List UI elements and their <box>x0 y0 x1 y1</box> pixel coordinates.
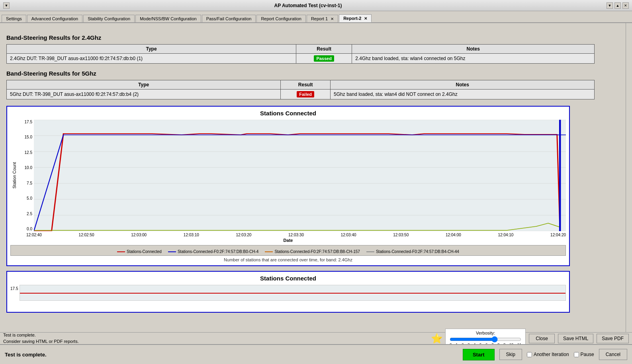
legend-color-red <box>117 251 125 252</box>
y-tick: 5.0 <box>27 196 32 200</box>
verbosity-label: Verbosity: <box>476 331 495 335</box>
legend-item: Stations-Connected-F0:2F:74:57:DB:B4-CH-… <box>366 249 459 254</box>
chart-note: Number of stations that are connected ov… <box>10 257 566 262</box>
y-tick: 2.5 <box>27 212 32 216</box>
status-text: Test is complete. Consider saving HTML o… <box>3 332 428 345</box>
tab-mode-nss-bw[interactable]: Mode/NSS/BW Configuration <box>135 15 201 22</box>
close-window-button[interactable]: ✕ <box>622 2 629 9</box>
tab-stability-config[interactable]: Stability Configuration <box>83 15 135 22</box>
col-type-24: Type <box>7 45 296 54</box>
status-line-2: Consider saving HTML or PDF reports. <box>3 339 428 345</box>
chart-area: Station Count 17.5 15.0 12.5 10.0 7.5 5.… <box>10 120 566 231</box>
y-axis-label: Station Count <box>10 120 18 231</box>
col-notes-24: Notes <box>352 45 595 54</box>
tab-pass-fail[interactable]: Pass/Fail Configuration <box>202 15 256 22</box>
close-button[interactable]: Close <box>529 334 555 343</box>
maximize-button[interactable]: ▲ <box>614 2 621 9</box>
skip-button[interactable]: Skip <box>499 349 522 360</box>
y-tick: 0.0 <box>27 227 32 231</box>
y-tick: 12.5 <box>25 150 32 155</box>
cell-result-24-0: Passed <box>296 54 352 64</box>
x-tick: 12:03:40 <box>341 233 356 237</box>
chart-title-2: Stations Connected <box>10 275 566 282</box>
x-tick: 12:03:30 <box>288 233 304 237</box>
legend-label: Stations-Connected-F0:2F:74:57:DB:B8-CH-… <box>274 249 360 254</box>
tab-advanced-config[interactable]: Advanced Configuration <box>27 15 82 22</box>
y-tick-partial: 17.5 <box>10 285 18 291</box>
legend-label: Stations-Connected-F0:2F:74:57:DB:B4-CH-… <box>376 249 459 254</box>
save-pdf-button[interactable]: Save PDF <box>597 334 629 343</box>
minimize-icon[interactable]: ▼ <box>3 2 10 9</box>
cell-result-5-0: Failed <box>281 90 331 99</box>
chart-svg <box>34 120 566 231</box>
y-tick: 7.5 <box>27 181 32 185</box>
legend-label: Stations-Connected-F0:2F:74:57:DB:B0-CH-… <box>178 249 258 254</box>
x-tick: 12:04:10 <box>498 233 513 237</box>
x-axis-title: Date <box>10 238 566 243</box>
bottom-bar: Test is complete. Start Skip Another Ite… <box>0 344 632 364</box>
band-steering-24-title: Band-Steering Results for 2.4Ghz <box>6 34 626 41</box>
chart-title: Stations Connected <box>10 110 566 117</box>
main-content: Band-Steering Results for 2.4Ghz Type Re… <box>0 23 632 332</box>
x-tick: 12:03:10 <box>184 233 199 237</box>
tab-report-2[interactable]: Report-2 ✕ <box>339 14 372 22</box>
start-button[interactable]: Start <box>463 349 495 360</box>
tab-report-1[interactable]: Report 1 ✕ <box>307 15 338 22</box>
tab-report-config[interactable]: Report Configuration <box>256 15 306 22</box>
table-row: 2.4Ghz DUT: TR-398_DUT asus-ax11000 f0:2… <box>7 54 595 64</box>
action-buttons: Close Save HTML Save PDF <box>529 334 629 343</box>
x-tick: 12:03:00 <box>131 233 147 237</box>
cell-type-5-0: 5Ghz DUT: TR-398_DUT asus-ax11000 f0:2f:… <box>7 90 281 99</box>
status-badge-passed: Passed <box>314 55 334 62</box>
col-result-24: Result <box>296 45 352 54</box>
band-steering-5-title: Band-Steering Results for 5Ghz <box>6 70 626 77</box>
chart-stations-connected: Stations Connected Station Count 17.5 15… <box>6 106 570 266</box>
legend-color-blue <box>168 251 176 252</box>
star-icon: ⭐ <box>431 333 443 344</box>
status-line-1: Test is complete. <box>3 332 428 338</box>
verbosity-slider[interactable] <box>450 336 521 343</box>
x-tick: 12:02:40 <box>26 233 42 237</box>
pause-group: Pause <box>574 352 594 357</box>
title-bar: ▼ AP Automated Test (cv-inst-1) ▼ ▲ ✕ <box>0 0 632 11</box>
legend-item: Stations-Connected-F0:2F:74:57:DB:B0-CH-… <box>168 249 258 254</box>
cancel-button[interactable]: Cancel <box>599 349 627 360</box>
legend-item: Stations-Connected <box>117 249 162 254</box>
scrollbar[interactable] <box>626 23 632 332</box>
tab-report-1-close[interactable]: ✕ <box>331 17 334 21</box>
x-axis-labels: 12:02:40 12:02:50 12:03:00 12:03:10 12:0… <box>10 233 566 237</box>
legend-color-gray <box>366 251 374 252</box>
chart-legend: Stations-Connected Stations-Connected-F0… <box>14 249 562 254</box>
window-title: AP Automated Test (cv-inst-1) <box>10 3 607 8</box>
legend-color-orange <box>265 251 273 252</box>
save-html-button[interactable]: Save HTML <box>558 334 593 343</box>
x-tick: 12:03:50 <box>393 233 409 237</box>
status-badge-failed: Failed <box>297 91 314 97</box>
x-tick: 12:04:20 <box>550 233 566 237</box>
x-tick: 12:02:50 <box>79 233 94 237</box>
legend-item: Stations-Connected-F0:2F:74:57:DB:B8-CH-… <box>265 249 360 254</box>
test-complete-label: Test is complete. <box>5 352 458 358</box>
tab-bar: Settings Advanced Configuration Stabilit… <box>0 11 632 23</box>
col-notes-5: Notes <box>331 80 595 90</box>
x-tick: 12:03:20 <box>236 233 251 237</box>
x-tick: 12:04:00 <box>446 233 461 237</box>
tab-report-2-close[interactable]: ✕ <box>364 16 367 21</box>
restore-button[interactable]: ▼ <box>607 2 613 9</box>
another-iteration-checkbox[interactable] <box>527 352 532 357</box>
pause-checkbox[interactable] <box>574 352 579 357</box>
chart-stations-connected-2: Stations Connected 17.5 <box>6 271 570 313</box>
cell-type-24-0: 2.4Ghz DUT: TR-398_DUT asus-ax11000 f0:2… <box>7 54 296 64</box>
pause-label: Pause <box>581 352 594 357</box>
col-type-5: Type <box>7 80 281 90</box>
y-tick: 10.0 <box>25 165 32 170</box>
y-tick: 15.0 <box>25 135 32 139</box>
band-steering-5-table: Type Result Notes 5Ghz DUT: TR-398_DUT a… <box>6 80 595 99</box>
table-row: 5Ghz DUT: TR-398_DUT asus-ax11000 f0:2f:… <box>7 90 595 99</box>
cell-notes-24-0: 2.4Ghz band loaded, sta: wlan4 connected… <box>352 54 595 64</box>
svg-rect-0 <box>34 120 566 231</box>
band-steering-24-table: Type Result Notes 2.4Ghz DUT: TR-398_DUT… <box>6 44 595 64</box>
status-bar: Test is complete. Consider saving HTML o… <box>0 332 632 344</box>
col-result-5: Result <box>281 80 331 90</box>
tab-settings[interactable]: Settings <box>2 15 26 22</box>
